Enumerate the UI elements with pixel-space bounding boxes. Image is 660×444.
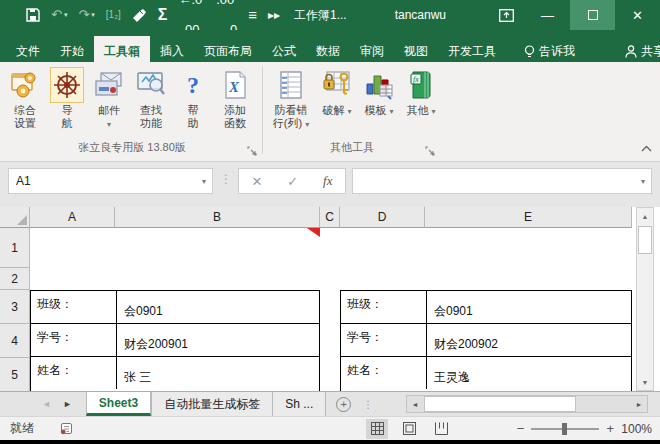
horizontal-scrollbar[interactable]: ◄ ► — [406, 395, 648, 413]
cell-d5[interactable]: 姓名： — [341, 357, 426, 389]
zoom-slider-handle[interactable] — [562, 423, 567, 435]
sheet-tab-sheet3[interactable]: Sheet3 — [86, 392, 151, 416]
tab-view[interactable]: 视图 — [394, 36, 438, 62]
tab-developer[interactable]: 开发工具 — [438, 36, 506, 62]
svg-text:fx: fx — [413, 75, 419, 84]
cell-e5[interactable]: 王灵逸 — [426, 357, 631, 389]
zoom-out-icon[interactable]: − — [517, 421, 525, 436]
ribbon-button-template[interactable]: 模板 ▾ — [358, 66, 400, 119]
sheet-tab-truncated[interactable]: Sh ... — [273, 392, 326, 416]
ribbon-button-mail[interactable]: 邮件▾ — [88, 66, 130, 132]
normal-view-icon[interactable] — [366, 419, 388, 439]
save-icon[interactable] — [26, 8, 40, 22]
tab-share[interactable]: 共享 — [615, 36, 660, 62]
window-controls: — ✕ — [487, 0, 660, 30]
more-commands-icon[interactable]: ▸▸ — [268, 0, 280, 30]
select-all-corner[interactable] — [0, 207, 30, 228]
enter-icon[interactable]: ✓ — [287, 174, 298, 189]
macro-record-icon[interactable] — [60, 422, 73, 435]
scroll-right-icon[interactable]: ► — [631, 396, 647, 412]
page-layout-view-icon[interactable] — [398, 419, 420, 439]
undo-icon[interactable]: ↶▾ — [51, 0, 67, 30]
format-painter-icon[interactable] — [132, 9, 147, 22]
cell-a5[interactable]: 姓名： — [31, 357, 116, 389]
name-box-input[interactable] — [16, 174, 186, 188]
scroll-left-icon[interactable]: ◄ — [407, 396, 423, 412]
cell-a3[interactable]: 班级： — [31, 291, 116, 323]
expand-formula-bar-icon[interactable]: ▾ — [641, 177, 645, 186]
dialog-launcher-icon[interactable] — [247, 145, 257, 155]
ribbon-button-navigation[interactable]: 导 航 — [46, 66, 88, 131]
chevron-down-icon[interactable]: ▾ — [202, 177, 206, 186]
new-sheet-button[interactable]: + — [336, 392, 351, 416]
ribbon-button-settings[interactable]: 综合 设置 — [4, 66, 46, 131]
tab-review[interactable]: 审阅 — [350, 36, 394, 62]
ribbon-button-prevent-misread[interactable]: 防看错 行(列) ▾ — [266, 66, 316, 132]
collapse-ribbon-icon[interactable] — [641, 141, 652, 155]
ribbon-display-options-icon[interactable] — [487, 0, 525, 30]
scroll-up-icon[interactable]: ▲ — [637, 208, 653, 224]
cell-d4[interactable]: 学号： — [341, 324, 426, 356]
ribbon-button-crack[interactable]: 破解 ▾ — [316, 66, 358, 119]
horizontal-scroll-thumb[interactable] — [424, 396, 576, 412]
cell-d3[interactable]: 班级： — [341, 291, 426, 323]
ribbon-button-add-function[interactable]: X 添加 函数 — [214, 66, 256, 131]
custom-sort-icon[interactable]: [1₂] — [106, 0, 121, 30]
ribbon-button-label: 邮件▾ — [98, 104, 120, 131]
ribbon-button-find[interactable]: 查找 功能 — [130, 66, 172, 131]
prev-sheet-icon[interactable]: ◄ — [42, 399, 51, 409]
cell-b3[interactable]: 会0901 — [116, 291, 319, 323]
cancel-icon[interactable]: ✕ — [251, 174, 262, 189]
cell-e3[interactable]: 会0901 — [426, 291, 631, 323]
vertical-scrollbar[interactable]: ▲ ▼ — [636, 207, 654, 391]
row-header-5[interactable]: 5 — [0, 358, 30, 391]
left-label-table: 班级： 会0901 学号： 财会200901 姓名： 张 三 — [30, 290, 320, 391]
cell-e4[interactable]: 财会200902 — [426, 324, 631, 356]
next-sheet-icon[interactable]: ► — [63, 399, 72, 409]
column-header-c[interactable]: C — [320, 207, 340, 228]
chevron-down-icon: ▾ — [432, 107, 436, 116]
minimize-button[interactable]: — — [525, 0, 570, 30]
column-header-e[interactable]: E — [425, 207, 632, 228]
maximize-button[interactable] — [570, 0, 615, 30]
lock-key-icon — [320, 67, 354, 103]
row-header-2[interactable]: 2 — [0, 268, 30, 290]
column-header-d[interactable]: D — [340, 207, 425, 228]
scroll-down-icon[interactable]: ▼ — [637, 374, 653, 390]
align-text-icon[interactable]: ≡ — [248, 0, 257, 30]
zoom-slider[interactable] — [531, 428, 599, 430]
zoom-in-icon[interactable]: + — [606, 421, 614, 436]
page-break-view-icon[interactable] — [430, 419, 452, 439]
redo-icon[interactable]: ↷▾ — [78, 0, 94, 30]
right-label-table: 班级： 会0901 学号： 财会200902 姓名： 王灵逸 — [340, 290, 632, 391]
insert-function-icon[interactable]: fx — [323, 173, 332, 189]
close-button[interactable]: ✕ — [615, 0, 660, 30]
tab-data[interactable]: 数据 — [306, 36, 350, 62]
ribbon-button-other[interactable]: fx 其他 ▾ — [400, 66, 442, 119]
dialog-launcher-icon[interactable] — [425, 145, 435, 155]
row-header-4[interactable]: 4 — [0, 324, 30, 358]
ribbon-button-help[interactable]: ? 帮 助 — [172, 66, 214, 131]
cell-a4[interactable]: 学号： — [31, 324, 116, 356]
column-header-a[interactable]: A — [30, 207, 115, 228]
formula-bar-separator: ⋮ — [220, 172, 232, 186]
tab-tell-me[interactable]: 告诉我 — [514, 36, 585, 62]
row-header-3[interactable]: 3 — [0, 290, 30, 324]
row-header-1[interactable]: 1 — [0, 228, 30, 268]
vertical-scroll-thumb[interactable] — [638, 226, 652, 254]
name-box[interactable]: ▾ — [8, 168, 213, 194]
tab-home[interactable]: 开始 — [50, 36, 94, 62]
column-header-b[interactable]: B — [115, 207, 320, 228]
tab-formulas[interactable]: 公式 — [262, 36, 306, 62]
zoom-level[interactable]: 100% — [621, 422, 652, 436]
tab-file[interactable]: 文件 — [6, 36, 50, 62]
ribbon-button-label: 模板 ▾ — [364, 104, 393, 118]
sheet-tab-auto-label[interactable]: 自动批量生成标签 — [151, 392, 273, 416]
tab-toolbox[interactable]: 工具箱 — [94, 36, 150, 62]
tab-insert[interactable]: 插入 — [150, 36, 194, 62]
tab-page-layout[interactable]: 页面布局 — [194, 36, 262, 62]
cell-b5[interactable]: 张 三 — [116, 357, 319, 389]
autosum-icon[interactable]: Σ — [158, 0, 168, 30]
formula-input[interactable] — [359, 174, 641, 188]
cell-b4[interactable]: 财会200901 — [116, 324, 319, 356]
